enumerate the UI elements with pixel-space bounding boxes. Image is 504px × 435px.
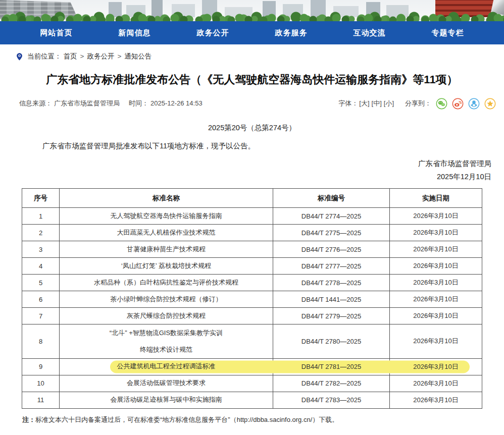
nav-item-6[interactable]: 专题专栏	[432, 28, 464, 38]
breadcrumb-link-1[interactable]: 首页	[64, 52, 77, 60]
cell-code: DB44/T 2782—2025	[273, 375, 390, 392]
cell-date-value: 2026年3月10日	[413, 279, 459, 286]
cell-date-value: 2026年3月10日	[413, 262, 459, 269]
nav-item-2[interactable]: 新闻信息	[119, 28, 151, 38]
cell-name: 茶小绿叶蝉综合防控技术规程（修订）	[60, 291, 273, 308]
cell-date-value: 2026年3月10日	[413, 312, 459, 319]
cell-name: “北斗” +智慧物流GIS数据采集教学实训 终端技术设计规范	[60, 324, 273, 358]
cell-code: DB44/T 1441—2025	[273, 291, 390, 308]
table-row-4: 4‘凤山红灯笼’ 荔枝栽培技术规程DB44/T 2777—20252026年3月…	[22, 258, 482, 275]
cell-no-value: 2	[39, 229, 42, 237]
banner-trees	[0, 14, 504, 21]
time-value: 2025-12-26 14:53	[150, 99, 203, 107]
cell-name: 会展活动低碳管理技术要求	[60, 375, 273, 392]
cell-date-value: 2026年3月10日	[413, 396, 459, 404]
cell-date: 2026年3月10日	[390, 225, 482, 241]
cell-code: DB44/T 2777—2025	[273, 258, 390, 275]
breadcrumb-link-3[interactable]: 通知公告	[124, 52, 152, 60]
share-qzone-icon[interactable]	[484, 98, 496, 110]
table-row-9: 9公共建筑机电工程全过程调适标准DB44/T 2781—20252026年3月1…	[22, 358, 482, 375]
cell-code: DB44/T 2779—2025	[273, 308, 390, 324]
cell-no-value: 8	[39, 338, 42, 345]
share-label: 分享到：	[405, 99, 431, 108]
share-qq-icon[interactable]	[468, 98, 480, 110]
cell-date-value: 2026年3月10日	[413, 229, 459, 236]
cell-no-value: 10	[37, 379, 44, 387]
table-header-row: 序号标准名称标准编号实施日期	[22, 189, 482, 208]
cell-name: 水稻品种（系）白叶枯病抗性鉴定与评价技术规程	[60, 275, 273, 291]
cell-name-value: 无人驾驶航空器海岛快件运输服务指南	[111, 212, 222, 220]
cell-date-value: 2026年3月10日	[413, 295, 459, 303]
footnote-label: 注：	[22, 416, 35, 423]
footnote: 注：标准文本六十日内备案通过后，可在标准委“地方标准信息服务平台”（http:/…	[22, 415, 489, 424]
share-icons	[431, 98, 496, 110]
article-meta-right: 字体： [大][中][小] 分享到：	[338, 98, 496, 110]
cell-name: 灰茶尺蠖综合防控技术规程	[60, 308, 273, 324]
font-size-button-3[interactable]: [小]	[384, 99, 394, 107]
cell-no: 2	[22, 225, 60, 241]
article-meta: 信息来源：广东省市场监督管理局时间：2025-12-26 14:53 字体： […	[19, 98, 496, 110]
cell-code-value: DB44/T 2774—2025	[301, 212, 361, 220]
cell-no: 4	[22, 258, 60, 275]
cell-code: DB44/T 2774—2025	[273, 208, 390, 225]
time-label: 时间：	[129, 99, 148, 107]
cell-name-value: 灰茶尺蠖综合防控技术规程	[127, 312, 206, 319]
cell-code-value: DB44/T 2776—2025	[301, 246, 361, 253]
cell-no: 11	[22, 392, 60, 408]
cell-date: 2026年3月10日	[390, 324, 482, 358]
cell-code: DB44/T 2778—2025	[273, 275, 390, 291]
cell-date: 2026年3月10日	[390, 291, 482, 308]
table-row-2: 2大田蔬菜无人机植保作业技术规范DB44/T 2775—20252026年3月1…	[22, 225, 482, 241]
page-title: 广东省地方标准批准发布公告（《无人驾驶航空器海岛快件运输服务指南》等11项）	[20, 72, 484, 88]
breadcrumb-link-2[interactable]: 政务公开	[87, 52, 114, 60]
nav-item-5[interactable]: 互动交流	[354, 28, 386, 38]
breadcrumb-separator: >	[117, 52, 121, 60]
cell-name: 无人驾驶航空器海岛快件运输服务指南	[60, 208, 273, 225]
table-row-5: 5水稻品种（系）白叶枯病抗性鉴定与评价技术规程DB44/T 2778—20252…	[22, 275, 482, 291]
cell-code-value: DB44/T 2775—2025	[301, 229, 361, 237]
cell-no-value: 6	[39, 296, 42, 303]
font-size-button-1[interactable]: [大]	[359, 99, 369, 107]
cell-date-value: 2026年3月10日	[413, 363, 459, 370]
header-banner-image	[0, 0, 504, 21]
breadcrumb-items: 首页>政务公开>通知公告	[64, 52, 152, 61]
font-size-label: 字体：	[338, 99, 358, 108]
nav-item-1[interactable]: 网站首页	[40, 28, 73, 38]
breadcrumb-label: 当前位置：	[27, 52, 62, 61]
source-value: 广东省市场监督管理局	[54, 99, 120, 107]
cell-name-value: ‘凤山红灯笼’ 荔枝栽培技术规程	[121, 262, 211, 269]
cell-no-value: 5	[39, 279, 42, 287]
cell-no: 3	[22, 241, 60, 258]
nav-item-4[interactable]: 政务服务	[275, 28, 308, 38]
cell-code: DB44/T 2780—2025	[273, 324, 390, 358]
column-header-2: 标准名称	[60, 189, 273, 208]
cell-name-value: 甘薯健康种苗生产技术规程	[127, 245, 206, 253]
cell-date: 2026年3月10日	[390, 241, 482, 258]
doc-number: 2025第20号（总第274号）	[0, 123, 504, 133]
table-row-10: 10会展活动低碳管理技术要求DB44/T 2782—20252026年3月10日	[22, 375, 482, 392]
nav-item-3[interactable]: 政务公开	[197, 28, 229, 38]
footnote-text: 标准文本六十日内备案通过后，可在标准委“地方标准信息服务平台”（http://d…	[35, 416, 338, 423]
table-row-8: 8“北斗” +智慧物流GIS数据采集教学实训 终端技术设计规范DB44/T 27…	[22, 324, 482, 358]
cell-date: 2026年3月10日	[390, 208, 482, 225]
signature-block: 广东省市场监督管理局 2025年12月10日	[0, 157, 491, 183]
cell-name-value: “北斗” +智慧物流GIS数据采集教学实训 终端技术设计规范	[110, 329, 223, 353]
cell-no-value: 7	[39, 312, 42, 320]
cell-code-value: DB44/T 2782—2025	[301, 379, 361, 387]
share-wechat-icon[interactable]	[436, 98, 447, 110]
cell-date: 2026年3月10日	[390, 358, 482, 375]
source-label: 信息来源：	[19, 99, 52, 107]
table-row-1: 1无人驾驶航空器海岛快件运输服务指南DB44/T 2774—20252026年3…	[22, 208, 482, 225]
cell-name: 大田蔬菜无人机植保作业技术规范	[60, 225, 273, 241]
cell-name-value: 会展活动低碳管理技术要求	[127, 379, 206, 387]
standards-table: 序号标准名称标准编号实施日期 1无人驾驶航空器海岛快件运输服务指南DB44/T …	[22, 188, 482, 408]
table-row-11: 11会展活动碳足迹核算与碳中和实施指南DB44/T 2783—20252026年…	[22, 392, 482, 408]
table-row-6: 6茶小绿叶蝉综合防控技术规程（修订）DB44/T 1441—20252026年3…	[22, 291, 482, 308]
column-header-4: 实施日期	[390, 189, 482, 208]
cell-date: 2026年3月10日	[390, 375, 482, 392]
cell-name: 公共建筑机电工程全过程调适标准	[60, 358, 273, 375]
font-size-button-2[interactable]: [中]	[372, 99, 382, 107]
font-size-controls: [大][中][小]	[358, 99, 395, 108]
share-weibo-icon[interactable]	[452, 98, 464, 110]
cell-code-value: DB44/T 2783—2025	[301, 396, 361, 404]
